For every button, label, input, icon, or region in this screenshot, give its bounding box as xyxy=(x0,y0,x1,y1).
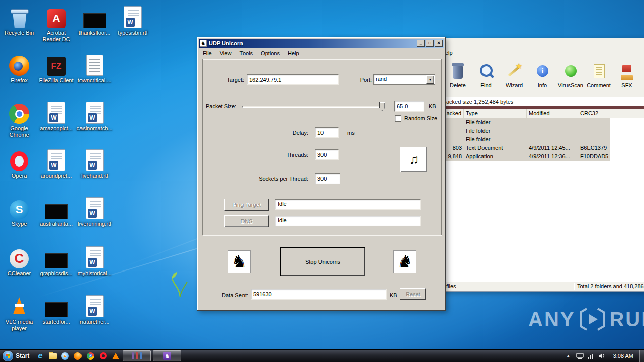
desktop-icon-typesisbn[interactable]: typesisbn.rtf xyxy=(114,4,152,36)
desktop-icon-aroundpret[interactable]: aroundpret... xyxy=(37,147,75,179)
music-button[interactable]: ♫ xyxy=(400,147,427,172)
toolbar-label: VirusScan xyxy=(556,82,585,88)
desktop-icon-firefox[interactable]: Firefox xyxy=(0,52,38,84)
unicorn-icon: ♞ xyxy=(397,250,412,273)
status-left-text: files xyxy=(446,282,456,291)
start-button[interactable]: Start xyxy=(0,350,34,362)
taskbar-vlc-icon[interactable] xyxy=(110,350,121,361)
desktop-icon-label: VLC media player xyxy=(0,319,38,332)
word-document-icon xyxy=(86,246,104,268)
desktop-icon-livehand[interactable]: livehand.rtf xyxy=(75,147,114,179)
packet-size-input[interactable] xyxy=(394,101,424,112)
desktop-icon-thanksfloor[interactable]: thanksfloor... xyxy=(75,4,114,36)
packet-size-unit: KB xyxy=(429,103,436,110)
target-label: Target: xyxy=(212,76,244,83)
sockets-per-thread-label: Sockets per Thread: xyxy=(248,175,308,183)
desktop-icon-label: Recycle Bin xyxy=(0,30,38,36)
desktop-icon-myhistorical[interactable]: myhistorical... xyxy=(75,244,114,277)
desktop-icon-naturether[interactable]: naturether... xyxy=(75,293,114,325)
taskbar-chrome-icon[interactable] xyxy=(85,350,96,361)
toolbar-virusscan-button[interactable]: VirusScan xyxy=(556,63,585,97)
desktop-icon-acrobat[interactable]: A Acrobat Reader DC xyxy=(37,4,75,43)
volume-tray-icon[interactable] xyxy=(598,353,605,359)
taskbar-media-player-icon[interactable]: ▶ xyxy=(59,350,71,361)
udp-unicorn-icon: ♞ xyxy=(163,352,171,360)
info-icon xyxy=(534,63,550,81)
desktop-icon-opera[interactable]: Opera xyxy=(0,147,38,179)
threads-input[interactable] xyxy=(315,149,339,160)
menu-options[interactable]: Options xyxy=(257,49,284,57)
taskbar-opera-icon[interactable] xyxy=(97,350,109,361)
column-header-crc32[interactable]: CRC32 xyxy=(578,109,610,118)
dropdown-arrow-icon[interactable]: ▼ xyxy=(426,75,434,84)
word-document-icon xyxy=(86,102,104,124)
system-tray: ▲ 3:08 AM xyxy=(562,350,644,362)
desktop-icon-casinomatch[interactable]: casinomatch... xyxy=(75,100,114,132)
show-hidden-icons-arrow[interactable]: ▲ xyxy=(562,353,574,358)
taskbar-ie-icon[interactable]: e xyxy=(34,350,46,361)
desktop-icon-label: Acrobat Reader DC xyxy=(37,30,75,43)
desktop-icon-amazonpict[interactable]: amazonpict... xyxy=(37,100,75,132)
random-size-checkbox[interactable] xyxy=(395,115,401,122)
reset-button[interactable]: Reset xyxy=(400,288,426,300)
ping-target-button[interactable]: Ping Target xyxy=(224,199,269,211)
desktop-icon-liverunning[interactable]: liverunning.rtf xyxy=(75,195,114,227)
delay-input[interactable] xyxy=(315,127,339,138)
column-header-filler xyxy=(610,109,644,118)
desktop-icon-startedfor[interactable]: startedfor... xyxy=(37,293,75,325)
taskbar-firefox-icon[interactable] xyxy=(72,350,84,361)
desktop-icon-chrome[interactable]: Google Chrome xyxy=(0,100,38,138)
desktop-icon-label: thanksfloor... xyxy=(75,30,114,36)
ie-icon: e xyxy=(38,351,42,360)
menu-help[interactable]: Help xyxy=(284,49,303,57)
toolbar-comment-button[interactable]: Comment xyxy=(585,63,613,97)
target-input[interactable] xyxy=(247,74,339,85)
desktop-icon-filezilla[interactable]: FZ FileZilla Client xyxy=(37,52,75,84)
desktop-icon-recycle-bin[interactable]: Recycle Bin xyxy=(0,4,38,36)
unicorn-image-right: ♞ xyxy=(393,250,416,273)
toolbar-wizard-button[interactable]: Wizard xyxy=(500,63,528,97)
window-title: UDP Unicorn xyxy=(209,40,416,46)
display-tray-icon[interactable] xyxy=(576,353,584,359)
titlebar[interactable]: ♞ UDP Unicorn _ □ ✕ xyxy=(199,39,444,48)
taskbar-window-udp-unicorn[interactable]: ♞ xyxy=(153,350,181,361)
unicorn-icon: ♞ xyxy=(231,250,247,273)
virusscan-icon xyxy=(562,63,579,81)
taskbar-explorer-icon[interactable] xyxy=(47,350,58,361)
menu-tools[interactable]: Tools xyxy=(235,49,257,57)
desktop-icon-vlc[interactable]: VLC media player xyxy=(0,293,38,332)
network-tray-icon[interactable] xyxy=(588,353,594,359)
dns-button[interactable]: DNS xyxy=(224,215,269,227)
column-header-modified[interactable]: Modified xyxy=(527,109,578,118)
unicorn-image-left: ♞ xyxy=(228,250,251,273)
sockets-per-thread-input[interactable] xyxy=(315,173,340,184)
packet-size-slider-track[interactable] xyxy=(242,106,385,108)
desktop-icon-skype[interactable]: S Skype xyxy=(0,195,38,227)
menu-file[interactable]: File xyxy=(199,49,216,57)
close-button[interactable]: ✕ xyxy=(435,40,443,47)
desktop-icon-ccleaner[interactable]: C CCleaner xyxy=(0,244,38,277)
desktop-icon-label: naturether... xyxy=(75,319,114,325)
data-sent-input[interactable] xyxy=(251,289,387,300)
toolbar-delete-button[interactable]: Delete xyxy=(444,63,472,97)
toolbar-find-button[interactable]: Find xyxy=(472,63,500,97)
menu-view[interactable]: View xyxy=(216,49,236,57)
show-desktop-button[interactable] xyxy=(639,350,644,362)
port-select[interactable]: rand ▼ xyxy=(373,74,435,85)
stop-unicorns-button[interactable]: Stop Unicorns xyxy=(280,247,365,276)
column-header-type[interactable]: Type xyxy=(464,109,527,118)
minimize-button[interactable]: _ xyxy=(417,40,425,47)
toolbar-info-button[interactable]: Info xyxy=(528,63,556,97)
desktop-icon-graphicsdis[interactable]: graphicsdis... xyxy=(37,244,75,277)
toolbar-sfx-button[interactable]: SFX xyxy=(613,63,641,97)
desktop-icon-towncritical[interactable]: towncritical.... xyxy=(75,52,114,84)
taskbar-window-archiver[interactable] xyxy=(123,350,151,361)
word-document-icon xyxy=(47,102,65,124)
folder-icon xyxy=(49,353,57,359)
taskbar-clock[interactable]: 3:08 AM xyxy=(607,353,639,359)
reset-label: Reset xyxy=(406,291,420,297)
desktop-icon-australianta[interactable]: australianta... xyxy=(37,195,75,227)
maximize-button[interactable]: □ xyxy=(426,40,434,47)
app-unicorn-icon: ♞ xyxy=(200,40,207,47)
desktop-icon-label: liverunning.rtf xyxy=(75,221,114,227)
